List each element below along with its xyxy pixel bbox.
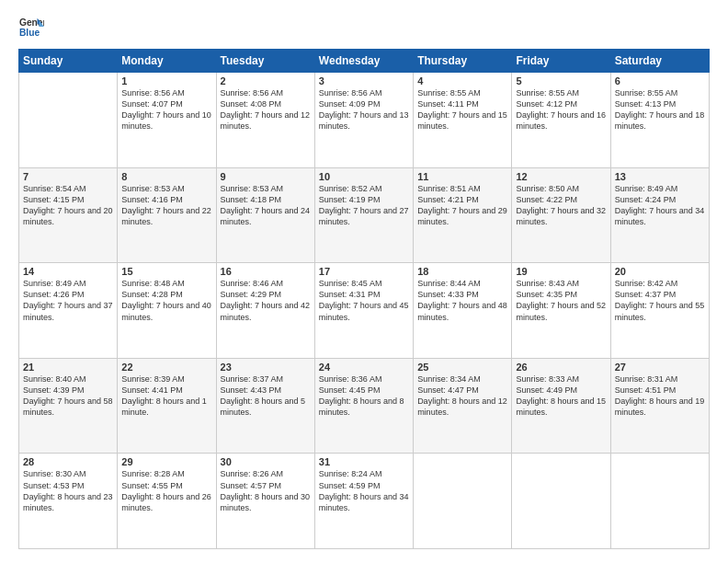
calendar-header-tuesday: Tuesday: [216, 50, 314, 73]
day-number: 15: [121, 266, 211, 277]
calendar-week-4: 21Sunrise: 8:40 AMSunset: 4:39 PMDayligh…: [19, 358, 710, 454]
day-info: Sunrise: 8:49 AMSunset: 4:24 PMDaylight:…: [615, 183, 705, 228]
calendar-header-sunday: Sunday: [19, 50, 118, 73]
day-number: 27: [615, 362, 705, 373]
logo: General Blue: [18, 14, 44, 40]
day-info: Sunrise: 8:33 AMSunset: 4:49 PMDaylight:…: [516, 373, 606, 419]
day-info: Sunrise: 8:50 AMSunset: 4:22 PMDaylight:…: [516, 183, 606, 228]
day-number: 11: [417, 171, 507, 182]
header: General Blue: [18, 14, 710, 40]
calendar-cell: 2Sunrise: 8:56 AMSunset: 4:08 PMDaylight…: [216, 73, 314, 168]
day-info: Sunrise: 8:24 AMSunset: 4:59 PMDaylight:…: [319, 468, 409, 513]
day-info: Sunrise: 8:44 AMSunset: 4:33 PMDaylight:…: [417, 278, 507, 323]
day-info: Sunrise: 8:54 AMSunset: 4:15 PMDaylight:…: [23, 183, 113, 228]
logo-icon: General Blue: [18, 14, 44, 40]
day-number: 10: [319, 171, 409, 182]
day-number: 12: [516, 171, 606, 182]
calendar-table: SundayMondayTuesdayWednesdayThursdayFrid…: [18, 49, 710, 549]
calendar-header-row: SundayMondayTuesdayWednesdayThursdayFrid…: [19, 50, 710, 73]
day-number: 3: [319, 75, 409, 86]
calendar-cell: 6Sunrise: 8:55 AMSunset: 4:13 PMDaylight…: [610, 73, 709, 168]
day-info: Sunrise: 8:56 AMSunset: 4:07 PMDaylight:…: [121, 87, 211, 132]
calendar-cell: 12Sunrise: 8:50 AMSunset: 4:22 PMDayligh…: [512, 167, 610, 263]
day-info: Sunrise: 8:55 AMSunset: 4:13 PMDaylight:…: [615, 87, 705, 132]
day-info: Sunrise: 8:34 AMSunset: 4:47 PMDaylight:…: [417, 373, 507, 419]
calendar-cell: 4Sunrise: 8:55 AMSunset: 4:11 PMDaylight…: [414, 73, 512, 168]
day-info: Sunrise: 8:55 AMSunset: 4:11 PMDaylight:…: [417, 87, 507, 132]
day-number: 26: [516, 362, 606, 373]
day-info: Sunrise: 8:43 AMSunset: 4:35 PMDaylight:…: [516, 278, 606, 323]
calendar-cell: [610, 454, 709, 549]
day-number: 2: [221, 75, 311, 86]
calendar-cell: 3Sunrise: 8:56 AMSunset: 4:09 PMDaylight…: [314, 73, 413, 168]
calendar-cell: 26Sunrise: 8:33 AMSunset: 4:49 PMDayligh…: [512, 358, 610, 454]
calendar-cell: 23Sunrise: 8:37 AMSunset: 4:43 PMDayligh…: [216, 358, 314, 454]
calendar-cell: [512, 454, 610, 549]
day-info: Sunrise: 8:46 AMSunset: 4:29 PMDaylight:…: [221, 278, 311, 323]
calendar-cell: [414, 454, 512, 549]
calendar-header-saturday: Saturday: [610, 50, 709, 73]
day-number: 19: [516, 266, 606, 277]
day-number: 7: [23, 171, 113, 182]
calendar-cell: 20Sunrise: 8:42 AMSunset: 4:37 PMDayligh…: [610, 263, 709, 359]
day-number: 9: [221, 171, 311, 182]
day-info: Sunrise: 8:56 AMSunset: 4:08 PMDaylight:…: [221, 87, 311, 132]
calendar-cell: 15Sunrise: 8:48 AMSunset: 4:28 PMDayligh…: [118, 263, 216, 359]
day-info: Sunrise: 8:37 AMSunset: 4:43 PMDaylight:…: [221, 373, 311, 419]
calendar-cell: 17Sunrise: 8:45 AMSunset: 4:31 PMDayligh…: [314, 263, 413, 359]
calendar-cell: 14Sunrise: 8:49 AMSunset: 4:26 PMDayligh…: [19, 263, 118, 359]
day-number: 28: [23, 456, 113, 467]
day-number: 17: [319, 266, 409, 277]
calendar-header-thursday: Thursday: [414, 50, 512, 73]
day-number: 6: [615, 75, 705, 86]
day-number: 13: [615, 171, 705, 182]
day-info: Sunrise: 8:40 AMSunset: 4:39 PMDaylight:…: [23, 373, 113, 419]
calendar-cell: 25Sunrise: 8:34 AMSunset: 4:47 PMDayligh…: [414, 358, 512, 454]
day-number: 1: [121, 75, 211, 86]
day-info: Sunrise: 8:31 AMSunset: 4:51 PMDaylight:…: [615, 373, 705, 419]
calendar-cell: 31Sunrise: 8:24 AMSunset: 4:59 PMDayligh…: [314, 454, 413, 549]
calendar-header-wednesday: Wednesday: [314, 50, 413, 73]
day-number: 24: [319, 362, 409, 373]
calendar-cell: 10Sunrise: 8:52 AMSunset: 4:19 PMDayligh…: [314, 167, 413, 263]
day-number: 18: [417, 266, 507, 277]
calendar-cell: 8Sunrise: 8:53 AMSunset: 4:16 PMDaylight…: [118, 167, 216, 263]
day-info: Sunrise: 8:53 AMSunset: 4:16 PMDaylight:…: [121, 183, 211, 228]
day-number: 31: [319, 456, 409, 467]
page: General Blue SundayMondayTuesdayWednesda…: [0, 0, 728, 563]
day-info: Sunrise: 8:48 AMSunset: 4:28 PMDaylight:…: [121, 278, 211, 323]
day-number: 30: [221, 456, 311, 467]
calendar-cell: 16Sunrise: 8:46 AMSunset: 4:29 PMDayligh…: [216, 263, 314, 359]
calendar-cell: 19Sunrise: 8:43 AMSunset: 4:35 PMDayligh…: [512, 263, 610, 359]
day-number: 22: [121, 362, 211, 373]
day-number: 8: [121, 171, 211, 182]
day-info: Sunrise: 8:55 AMSunset: 4:12 PMDaylight:…: [516, 87, 606, 132]
day-number: 25: [417, 362, 507, 373]
day-info: Sunrise: 8:36 AMSunset: 4:45 PMDaylight:…: [319, 373, 409, 419]
day-info: Sunrise: 8:28 AMSunset: 4:55 PMDaylight:…: [121, 468, 211, 513]
day-number: 21: [23, 362, 113, 373]
calendar-cell: 22Sunrise: 8:39 AMSunset: 4:41 PMDayligh…: [118, 358, 216, 454]
calendar-cell: 1Sunrise: 8:56 AMSunset: 4:07 PMDaylight…: [118, 73, 216, 168]
calendar-header-friday: Friday: [512, 50, 610, 73]
calendar-cell: 27Sunrise: 8:31 AMSunset: 4:51 PMDayligh…: [610, 358, 709, 454]
day-info: Sunrise: 8:56 AMSunset: 4:09 PMDaylight:…: [319, 87, 409, 132]
day-number: 29: [121, 456, 211, 467]
day-number: 16: [221, 266, 311, 277]
calendar-header-monday: Monday: [118, 50, 216, 73]
svg-text:Blue: Blue: [19, 28, 40, 38]
day-number: 23: [221, 362, 311, 373]
calendar-week-5: 28Sunrise: 8:30 AMSunset: 4:53 PMDayligh…: [19, 454, 710, 549]
day-info: Sunrise: 8:49 AMSunset: 4:26 PMDaylight:…: [23, 278, 113, 323]
calendar-cell: 24Sunrise: 8:36 AMSunset: 4:45 PMDayligh…: [314, 358, 413, 454]
day-info: Sunrise: 8:51 AMSunset: 4:21 PMDaylight:…: [417, 183, 507, 228]
day-number: 5: [516, 75, 606, 86]
calendar-cell: 5Sunrise: 8:55 AMSunset: 4:12 PMDaylight…: [512, 73, 610, 168]
calendar-cell: 11Sunrise: 8:51 AMSunset: 4:21 PMDayligh…: [414, 167, 512, 263]
calendar-cell: 21Sunrise: 8:40 AMSunset: 4:39 PMDayligh…: [19, 358, 118, 454]
calendar-cell: 30Sunrise: 8:26 AMSunset: 4:57 PMDayligh…: [216, 454, 314, 549]
calendar-cell: 28Sunrise: 8:30 AMSunset: 4:53 PMDayligh…: [19, 454, 118, 549]
day-info: Sunrise: 8:30 AMSunset: 4:53 PMDaylight:…: [23, 468, 113, 513]
calendar-week-2: 7Sunrise: 8:54 AMSunset: 4:15 PMDaylight…: [19, 167, 710, 263]
day-number: 14: [23, 266, 113, 277]
